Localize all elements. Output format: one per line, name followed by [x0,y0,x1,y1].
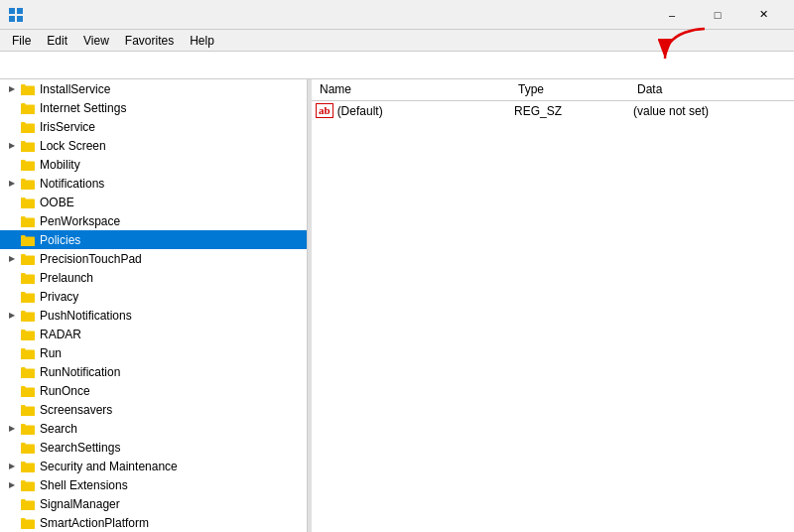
tree-item-Mobility[interactable]: Mobility [0,155,307,174]
tree-item-PrecisionTouchPad[interactable]: PrecisionTouchPad [0,249,307,268]
address-bar [0,52,794,79]
tree-label-Privacy: Privacy [40,290,78,304]
tree-label-PushNotifications: PushNotifications [40,309,132,323]
folder-icon-PenWorkspace [20,213,36,229]
folder-icon-Search [20,421,36,437]
tree-expander-SearchSettings [4,440,20,456]
tree-expander-LockScreen [4,138,20,154]
tree-item-Policies[interactable]: Policies [0,230,307,249]
tree-expander-InternetSettings [4,100,20,116]
menu-edit[interactable]: Edit [39,32,75,50]
svg-rect-1 [17,8,23,14]
tree-item-Prelaunch[interactable]: Prelaunch [0,268,307,287]
tree-item-LockScreen[interactable]: Lock Screen [0,136,307,155]
tree-label-RunNotification: RunNotification [40,365,120,379]
folder-icon-SecurityAndMaintenance [20,459,36,474]
tree-item-SearchSettings[interactable]: SearchSettings [0,438,307,457]
folder-icon-PushNotifications [20,308,36,324]
column-header-name[interactable]: Name [312,79,510,100]
folder-icon-Policies [20,232,36,248]
tree-label-Mobility: Mobility [40,158,80,172]
tree-label-SearchSettings: SearchSettings [40,441,120,455]
tree-expander-PushNotifications [4,308,20,324]
folder-icon-Notifications [20,176,36,192]
folder-icon-IrisService [20,119,36,135]
column-header-type[interactable]: Type [510,79,629,100]
tree-expander-RADAR [4,327,20,342]
column-header-data[interactable]: Data [629,79,794,100]
tree-label-SmartActionPlatform: SmartActionPlatform [40,516,149,530]
folder-icon-Prelaunch [20,270,36,286]
tree-label-IrisService: IrisService [40,120,95,134]
tree-expander-Privacy [4,289,20,305]
app-icon [8,7,24,23]
main-content: InstallService Internet Settings IrisSer… [0,79,794,532]
tree-expander-InstallService [4,81,20,97]
tree-expander-Prelaunch [4,270,20,286]
tree-expander-ShellExtensions [4,477,20,493]
tree-item-InternetSettings[interactable]: Internet Settings [0,98,307,117]
menu-view[interactable]: View [75,32,117,50]
tree-item-InstallService[interactable]: InstallService [0,79,307,98]
tree-panel[interactable]: InstallService Internet Settings IrisSer… [0,79,308,532]
tree-label-Screensavers: Screensavers [40,403,112,417]
tree-label-RADAR: RADAR [40,328,81,341]
folder-icon-ShellExtensions [20,477,36,493]
folder-icon-InternetSettings [20,100,36,116]
right-panel-content: ab(Default)REG_SZ(value not set) [312,101,794,532]
tree-item-RADAR[interactable]: RADAR [0,325,307,343]
tree-item-Notifications[interactable]: Notifications [0,174,307,193]
tree-item-SmartActionPlatform[interactable]: SmartActionPlatform [0,513,307,532]
tree-label-Notifications: Notifications [40,177,104,191]
tree-expander-IrisService [4,119,20,135]
tree-expander-SignalManager [4,496,20,512]
tree-item-ShellExtensions[interactable]: Shell Extensions [0,475,307,494]
tree-label-PrecisionTouchPad: PrecisionTouchPad [40,252,142,266]
tree-item-OOBE[interactable]: OOBE [0,193,307,211]
tree-item-RunNotification[interactable]: RunNotification [0,362,307,381]
tree-label-Run: Run [40,346,62,360]
tree-item-SignalManager[interactable]: SignalManager [0,494,307,513]
folder-icon-PrecisionTouchPad [20,251,36,267]
menu-file[interactable]: File [4,32,39,50]
column-headers: Name Type Data [312,79,794,101]
tree-item-RunOnce[interactable]: RunOnce [0,381,307,400]
tree-label-Prelaunch: Prelaunch [40,271,93,285]
tree-item-Search[interactable]: Search [0,419,307,438]
tree-expander-PenWorkspace [4,213,20,229]
folder-icon-Privacy [20,289,36,305]
folder-icon-SmartActionPlatform [20,515,36,531]
tree-expander-SecurityAndMaintenance [4,459,20,474]
menu-help[interactable]: Help [182,32,222,50]
tree-item-PushNotifications[interactable]: PushNotifications [0,306,307,325]
data-cell-data: (value not set) [633,104,790,118]
folder-icon-RunOnce [20,383,36,399]
svg-rect-0 [9,8,15,14]
tree-item-Run[interactable]: Run [0,343,307,362]
tree-label-InstallService: InstallService [40,82,110,96]
tree-expander-Run [4,345,20,361]
ab-icon: ab [316,103,333,118]
tree-label-PenWorkspace: PenWorkspace [40,214,120,228]
svg-rect-3 [17,16,23,22]
data-row[interactable]: ab(Default)REG_SZ(value not set) [312,101,794,120]
tree-item-SecurityAndMaintenance[interactable]: Security and Maintenance [0,457,307,475]
folder-icon-SignalManager [20,496,36,512]
tree-item-PenWorkspace[interactable]: PenWorkspace [0,211,307,230]
folder-icon-RADAR [20,327,36,342]
folder-icon-OOBE [20,195,36,210]
tree-label-Search: Search [40,422,77,436]
tree-expander-Screensavers [4,402,20,418]
tree-item-Screensavers[interactable]: Screensavers [0,400,307,419]
menu-favorites[interactable]: Favorites [117,32,182,50]
tree-expander-Notifications [4,176,20,192]
folder-icon-InstallService [20,81,36,97]
tree-item-Privacy[interactable]: Privacy [0,287,307,306]
close-button[interactable]: ✕ [740,0,786,30]
tree-item-IrisService[interactable]: IrisService [0,117,307,136]
folder-icon-Mobility [20,157,36,173]
tree-label-OOBE: OOBE [40,196,74,209]
tree-label-ShellExtensions: Shell Extensions [40,478,128,492]
tree-expander-OOBE [4,195,20,210]
tree-expander-Policies [4,232,20,248]
